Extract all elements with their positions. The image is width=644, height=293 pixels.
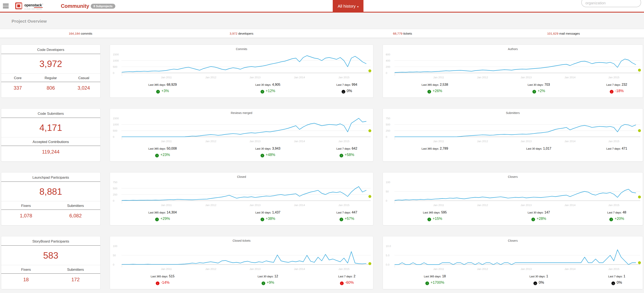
stat-label: Last 7 days:	[336, 147, 351, 150]
row-launchpad: Launchpad Participants 8,881 Fixers 1,07…	[1, 172, 643, 225]
chart-stat: Last 365 days:18↑+1700%	[383, 275, 487, 285]
stat-subcolumn-label: Casual	[67, 73, 100, 82]
trend-value: 0%	[616, 281, 622, 285]
row-code-developers: Code Developers 3,972 Core 337 Regular 8…	[1, 44, 643, 98]
chart-svg: 0200400600Jan 2011Jan 2012Jan 2013Jan 20…	[383, 51, 643, 82]
trend-value: +48%	[266, 153, 276, 157]
chart-card-commits: Commits 050010001500Jan 2011Jan 2012Jan …	[110, 44, 373, 98]
organization-search-input[interactable]	[581, 0, 641, 7]
trend-up-icon: ↑	[531, 218, 535, 221]
chart-stat: Last 30 days:1,437↑+38%	[215, 211, 320, 221]
trend-up-icon: ↑	[262, 282, 265, 285]
stat-label: Last 365 days:	[148, 83, 166, 86]
stat-value: 994	[352, 83, 357, 86]
svg-text:Jan 2015: Jan 2015	[608, 76, 620, 79]
stat-subcolumn-value: 172	[51, 274, 100, 283]
svg-text:750: 750	[113, 181, 117, 184]
svg-text:Jan 2015: Jan 2015	[608, 268, 620, 271]
svg-text:Jan 2011: Jan 2011	[161, 140, 172, 143]
stat-card-launchpad-participants: Launchpad Participants 8,881 Fixers 1,07…	[1, 172, 100, 225]
row-storyboard: StoryBoard Participants 583 Fixers 18 Su…	[1, 236, 643, 289]
svg-text:Jan 2012: Jan 2012	[205, 140, 216, 143]
trend-value: +29%	[160, 217, 170, 221]
svg-text:Jan 2012: Jan 2012	[477, 268, 488, 271]
chart-stat: Last 7 days:642↑+58%	[320, 147, 373, 157]
stat-value: 50,008	[167, 147, 177, 150]
current-period-dot	[368, 69, 371, 72]
chart-card-authors: Authors 0200400600Jan 2011Jan 2012Jan 20…	[383, 44, 643, 98]
svg-text:250: 250	[113, 193, 117, 196]
svg-text:Jan 2015: Jan 2015	[338, 140, 350, 143]
svg-text:Jan 2015: Jan 2015	[338, 268, 350, 271]
summary-commits-value: 164,184	[69, 32, 80, 35]
svg-text:Jan 2011: Jan 2011	[433, 76, 444, 79]
date-range-dropdown[interactable]: All history▾	[333, 0, 364, 12]
stat-subcolumn-value: 119,244	[1, 146, 100, 155]
stat-value: 1	[624, 275, 626, 278]
openstack-logo[interactable]: openstack™ CLOUD SOFTWARE	[15, 1, 43, 11]
svg-text:0: 0	[113, 135, 114, 138]
line-chart: 0250500750Jan 2011Jan 2012Jan 2013Jan 20…	[383, 115, 643, 146]
trend-value: 0%	[538, 281, 544, 285]
trend-value: +20%	[614, 217, 624, 221]
trend-down-icon: ↓	[610, 90, 614, 94]
svg-text:Jan 2011: Jan 2011	[161, 268, 172, 271]
stat-subcolumn: Regular 806	[34, 73, 67, 91]
trend-value: +26%	[432, 89, 442, 93]
summary-mail: 101,629 mail messages	[483, 32, 644, 35]
stat-value: 232	[622, 83, 627, 86]
chart-svg: 0250500750Jan 2011Jan 2012Jan 2013Jan 20…	[110, 179, 373, 210]
chart-stat: Last 365 days:68,929↑+3%	[110, 83, 215, 94]
chart-stat: Last 365 days:2,538↑+26%	[383, 83, 487, 94]
trend-value: +38%	[266, 217, 276, 221]
chart-stats: Last 365 days:50,008↑+23%Last 30 days:3,…	[110, 147, 373, 157]
stat-card-big-value: 8,881	[1, 182, 100, 201]
stat-label: Last 30 days:	[255, 211, 271, 214]
line-chart: 0.05.010.0Jan 2011Jan 2012Jan 2013Jan 20…	[383, 243, 643, 274]
stat-label: Last 30 days:	[526, 147, 542, 150]
chart-stat: Last 365 days:14,304↑+29%	[110, 211, 215, 221]
svg-text:1500: 1500	[113, 53, 119, 56]
stat-card-big-value: 4,171	[1, 118, 100, 137]
line-chart: 050010001500Jan 2011Jan 2012Jan 2013Jan …	[110, 115, 373, 146]
stat-subcolumn-value: 1,078	[1, 210, 51, 219]
svg-text:100: 100	[386, 181, 390, 184]
svg-text:500: 500	[113, 65, 117, 68]
current-period-dot	[638, 261, 641, 264]
chart-svg: 0250500750Jan 2011Jan 2012Jan 2013Jan 20…	[383, 115, 643, 146]
summary-tickets-value: 68,779	[393, 32, 402, 35]
svg-text:0: 0	[113, 263, 114, 266]
svg-text:Jan 2015: Jan 2015	[608, 140, 620, 143]
chart-stat: Last 30 days:1→0%	[487, 275, 591, 285]
menu-bar	[3, 5, 9, 6]
trend-value: +57%	[345, 217, 354, 221]
svg-text:Jan 2015: Jan 2015	[608, 204, 620, 207]
chart-svg: 0.05.010.0Jan 2011Jan 2012Jan 2013Jan 20…	[383, 243, 643, 274]
stat-value: 471	[622, 147, 627, 150]
svg-text:5.0: 5.0	[386, 254, 390, 257]
svg-text:1000: 1000	[113, 59, 119, 62]
menu-icon[interactable]	[3, 3, 9, 9]
trend-up-icon: ↑	[260, 154, 264, 157]
chart-stat: Last 30 days:703↑+2%	[487, 83, 591, 94]
svg-text:Jan 2011: Jan 2011	[161, 76, 172, 79]
svg-text:Jan 2012: Jan 2012	[205, 76, 216, 79]
chart-title: Submitters	[383, 111, 643, 115]
svg-text:100: 100	[113, 245, 117, 248]
chart-stat: Last 365 days:2,789	[383, 147, 487, 150]
chart-card-closers: Closers 050100Jan 2011Jan 2012Jan 2013Ja…	[383, 172, 643, 225]
stat-subcolumn: Fixers 1,078	[1, 201, 51, 219]
chart-stats: Last 365 days:14,304↑+29%Last 30 days:1,…	[110, 211, 373, 221]
trend-up-icon: ↑	[425, 282, 429, 285]
current-period-dot	[368, 262, 371, 265]
stat-subcolumn-label: Fixers	[1, 265, 51, 274]
chart-card-closed: Closed 0250500750Jan 2011Jan 2012Jan 201…	[110, 172, 373, 225]
stat-label: Last 365 days:	[148, 211, 166, 214]
svg-text:Jan 2012: Jan 2012	[477, 204, 488, 207]
trend-value: +12%	[266, 89, 276, 93]
trend-flat-icon: →	[342, 90, 345, 94]
current-period-dot	[368, 129, 371, 132]
current-period-dot	[638, 69, 641, 72]
stat-label: Last 365 days:	[148, 147, 166, 150]
stat-label: Last 30 days:	[528, 211, 544, 214]
